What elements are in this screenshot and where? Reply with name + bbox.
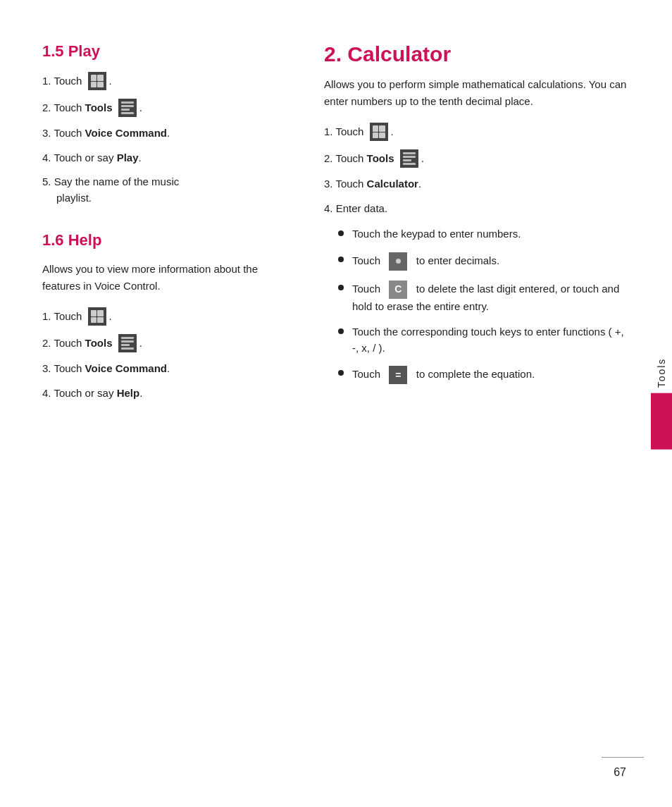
dot-icon xyxy=(389,252,407,271)
step-15-2: 2. Touch Tools . xyxy=(42,99,282,117)
bullet-2: Touch to enter decimals. xyxy=(338,252,630,271)
section-16-desc: Allows you to view more information abou… xyxy=(42,261,282,295)
tools-icon-16-2 xyxy=(118,334,137,352)
page-number: 67 xyxy=(614,766,626,779)
step-16-3: 3. Touch Voice Command. xyxy=(42,361,282,377)
step-16-2: 2. Touch Tools . xyxy=(42,334,282,352)
step-16-1: 1. Touch . xyxy=(42,307,282,326)
side-tab: Tools xyxy=(651,357,672,450)
bullet-dot-1 xyxy=(338,230,344,236)
section-15: 1.5 Play 1. Touch . 2. Touch Tools xyxy=(42,42,282,206)
left-column: 1.5 Play 1. Touch . 2. Touch Tools xyxy=(42,42,310,765)
section-16: 1.6 Help Allows you to view more informa… xyxy=(42,231,282,401)
side-tab-label: Tools xyxy=(656,357,667,388)
bullet-1: Touch the keypad to enter numbers. xyxy=(338,226,630,242)
grid-icon-15-1 xyxy=(88,72,106,90)
tools-icon-15-2 xyxy=(118,99,137,117)
step-16-4: 4. Touch or say Help. xyxy=(42,386,282,402)
side-tab-bar xyxy=(651,393,672,450)
section-15-title: 1.5 Play xyxy=(42,42,282,61)
divider-line xyxy=(602,757,644,758)
bullet-list: Touch the keypad to enter numbers. Touch… xyxy=(338,226,630,384)
bullet-dot-4 xyxy=(338,328,344,334)
page-container: 1.5 Play 1. Touch . 2. Touch Tools xyxy=(0,0,672,807)
step-15-1: 1. Touch . xyxy=(42,72,282,90)
c-icon: C xyxy=(389,281,407,299)
bullet-4: Touch the corresponding touch keys to en… xyxy=(338,324,630,356)
grid-icon-2-1 xyxy=(370,123,388,141)
section-2-desc: Allows you to perform simple mathematica… xyxy=(324,76,630,110)
step-15-5: 5. Say the name of the musicplaylist. xyxy=(42,174,282,206)
section-16-title: 1.6 Help xyxy=(42,231,282,250)
bullet-5: Touch = to complete the equation. xyxy=(338,366,630,384)
bullet-3: Touch C to delete the last digit entered… xyxy=(338,281,630,315)
step-2-2: 2. Touch Tools . xyxy=(324,149,630,168)
section-2-title: 2. Calculator xyxy=(324,42,630,66)
bullet-dot-3 xyxy=(338,285,344,290)
step-2-1: 1. Touch . xyxy=(324,123,630,141)
bullet-dot-2 xyxy=(338,257,344,262)
step-2-4: 4. Enter data. xyxy=(324,201,630,217)
step-2-3: 3. Touch Calculator. xyxy=(324,176,630,192)
step-15-4: 4. Touch or say Play. xyxy=(42,150,282,166)
bullet-dot-5 xyxy=(338,370,344,376)
tools-icon-2-2 xyxy=(400,149,418,168)
eq-icon: = xyxy=(389,366,407,384)
step-15-3: 3. Touch Voice Command. xyxy=(42,125,282,142)
right-column: 2. Calculator Allows you to perform simp… xyxy=(310,42,630,765)
grid-icon-16-1 xyxy=(88,307,106,326)
